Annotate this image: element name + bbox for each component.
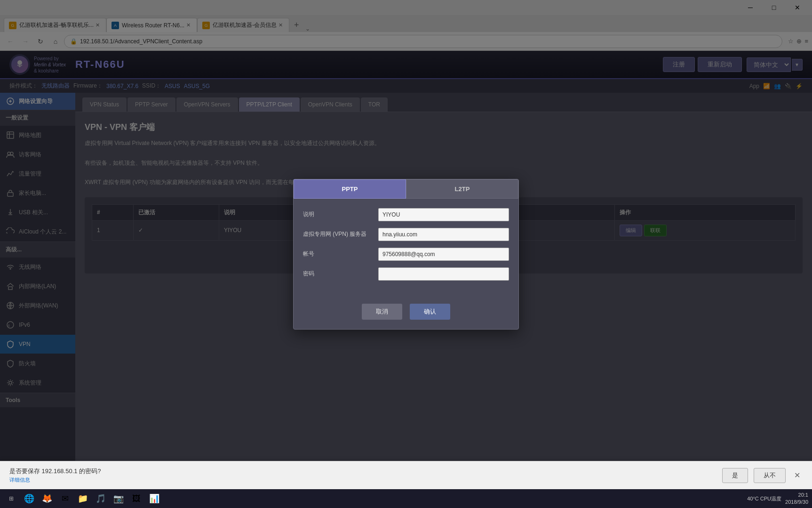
modal-overlay: PPTP L2TP 说明 虚拟专用网 (VPN) 服务器 帐号 密码	[0, 0, 812, 508]
desc-input[interactable]	[378, 208, 509, 221]
taskbar-icon-firefox[interactable]: 🦊	[39, 490, 56, 507]
server-label: 虚拟专用网 (VPN) 服务器	[303, 230, 378, 238]
password-label: 密码	[303, 270, 378, 278]
taskbar-icon-gallery[interactable]: 🖼	[128, 490, 145, 507]
password-save-bar: 是否要保存 192.168.50.1 的密码? 详细信息 是 从不 ✕	[0, 461, 812, 489]
modal-tab-l2tp[interactable]: L2TP	[406, 179, 518, 199]
desc-label: 说明	[303, 210, 378, 218]
taskbar-icon-email[interactable]: ✉	[56, 490, 73, 507]
taskbar-icon-explorer[interactable]: 📁	[74, 490, 91, 507]
password-save-text: 是否要保存 192.168.50.1 的密码? 详细信息	[9, 467, 716, 484]
account-input[interactable]	[378, 248, 509, 261]
taskbar-icon-chart[interactable]: 📊	[146, 490, 163, 507]
form-row-desc: 说明	[303, 208, 509, 221]
taskbar-icon-browser[interactable]: 🌐	[21, 490, 38, 507]
password-detail-link[interactable]: 详细信息	[9, 476, 716, 484]
temp-display: 40°C CPU温度	[747, 495, 781, 502]
modal-cancel-button[interactable]: 取消	[362, 304, 402, 320]
modal-footer: 取消 确认	[294, 297, 518, 329]
taskbar-icon-media[interactable]: 🎵	[92, 490, 109, 507]
password-input[interactable]	[378, 267, 509, 281]
account-label: 帐号	[303, 250, 378, 258]
password-no-button[interactable]: 从不	[754, 468, 786, 483]
password-yes-button[interactable]: 是	[722, 468, 748, 483]
modal-tabs: PPTP L2TP	[294, 179, 518, 199]
modal-tab-pptp[interactable]: PPTP	[294, 179, 406, 199]
modal-body: 说明 虚拟专用网 (VPN) 服务器 帐号 密码	[294, 199, 518, 297]
taskbar-icons: 🌐 🦊 ✉ 📁 🎵 📷 🖼 📊	[21, 490, 163, 507]
taskbar-icon-camera[interactable]: 📷	[110, 490, 127, 507]
password-close-button[interactable]: ✕	[791, 470, 803, 481]
vpn-config-modal: PPTP L2TP 说明 虚拟专用网 (VPN) 服务器 帐号 密码	[293, 179, 519, 330]
form-row-password: 密码	[303, 267, 509, 281]
server-input[interactable]	[378, 228, 509, 241]
taskbar-time: 20:1 2018/9/30	[785, 492, 808, 506]
taskbar: ⊞ 🌐 🦊 ✉ 📁 🎵 📷 🖼 📊 40°C CPU温度 20:1 2018/9…	[0, 489, 812, 508]
taskbar-right: 40°C CPU温度 20:1 2018/9/30	[747, 492, 808, 506]
password-save-message: 是否要保存 192.168.50.1 的密码?	[9, 467, 716, 476]
form-row-account: 帐号	[303, 248, 509, 261]
form-row-server: 虚拟专用网 (VPN) 服务器	[303, 228, 509, 241]
start-button[interactable]: ⊞	[4, 491, 19, 506]
modal-confirm-button[interactable]: 确认	[410, 304, 450, 320]
